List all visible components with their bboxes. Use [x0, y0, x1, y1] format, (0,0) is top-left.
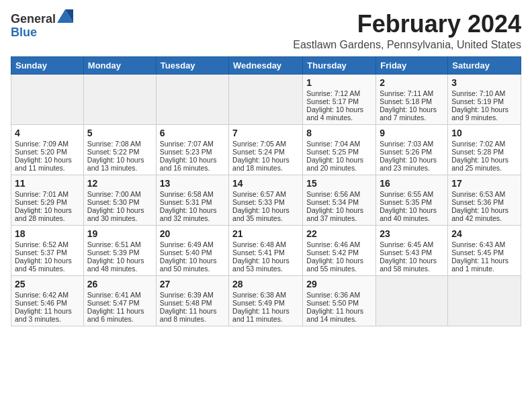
calendar-cell: 1Sunrise: 7:12 AMSunset: 5:17 PMDaylight…	[303, 74, 376, 124]
week-row-0: 1Sunrise: 7:12 AMSunset: 5:17 PMDaylight…	[11, 74, 521, 124]
logo: General Blue	[11, 11, 73, 40]
cell-content-line: Sunset: 5:49 PM	[232, 299, 299, 307]
cell-content-line: Daylight: 10 hours	[306, 257, 372, 265]
cell-content-line: and 25 minutes.	[451, 164, 517, 172]
cell-content-line: and 11 minutes.	[15, 164, 80, 172]
week-row-1: 4Sunrise: 7:09 AMSunset: 5:20 PMDaylight…	[11, 124, 521, 175]
calendar-cell: 13Sunrise: 6:58 AMSunset: 5:31 PMDayligh…	[156, 175, 228, 225]
cell-content-line: and 48 minutes.	[87, 265, 152, 273]
cell-content-line: Daylight: 10 hours	[451, 206, 517, 214]
cell-content-line: Sunset: 5:41 PM	[232, 248, 299, 257]
week-row-2: 11Sunrise: 7:01 AMSunset: 5:29 PMDayligh…	[11, 175, 521, 225]
day-number: 17	[451, 178, 517, 189]
calendar-cell: 19Sunrise: 6:51 AMSunset: 5:39 PMDayligh…	[83, 225, 156, 275]
cell-content-line: Daylight: 10 hours	[306, 105, 372, 113]
cell-content-line: Sunset: 5:22 PM	[87, 148, 152, 156]
day-number: 9	[380, 128, 444, 138]
week-row-3: 18Sunrise: 6:52 AMSunset: 5:37 PMDayligh…	[11, 225, 521, 275]
day-number: 3	[451, 77, 517, 88]
month-year-title: February 2024	[293, 11, 521, 38]
calendar-cell: 23Sunrise: 6:45 AMSunset: 5:43 PMDayligh…	[376, 225, 448, 275]
day-number: 26	[87, 279, 152, 289]
calendar-cell: 22Sunrise: 6:46 AMSunset: 5:42 PMDayligh…	[303, 225, 376, 275]
cell-content-line: and 1 minute.	[451, 265, 517, 273]
cell-content-line: Sunset: 5:47 PM	[87, 299, 152, 307]
cell-content-line: Sunrise: 7:03 AM	[380, 140, 444, 148]
day-number: 21	[232, 228, 299, 239]
day-number: 18	[15, 228, 80, 239]
cell-content-line: Daylight: 10 hours	[160, 156, 225, 164]
cell-content-line: Sunrise: 7:02 AM	[451, 140, 517, 148]
cell-content-line: Daylight: 11 hours	[451, 257, 517, 265]
cell-content-line: and 13 minutes.	[87, 164, 152, 172]
cell-content-line: Daylight: 11 hours	[232, 307, 299, 315]
calendar-cell: 14Sunrise: 6:57 AMSunset: 5:33 PMDayligh…	[229, 175, 303, 225]
cell-content-line: Sunrise: 7:07 AM	[160, 140, 225, 148]
logo-blue-text: Blue	[11, 26, 37, 39]
cell-content-line: Daylight: 10 hours	[232, 257, 299, 265]
cell-content-line: Sunset: 5:39 PM	[87, 248, 152, 257]
logo-icon	[57, 9, 73, 23]
calendar-table: SundayMondayTuesdayWednesdayThursdayFrid…	[11, 56, 521, 326]
cell-content-line: Daylight: 10 hours	[306, 156, 372, 164]
cell-content-line: Sunrise: 7:04 AM	[306, 140, 372, 148]
header-saturday: Saturday	[448, 56, 521, 74]
cell-content-line: and 11 minutes.	[232, 315, 299, 323]
cell-content-line: and 37 minutes.	[306, 214, 372, 222]
calendar-cell: 26Sunrise: 6:41 AMSunset: 5:47 PMDayligh…	[83, 275, 156, 326]
day-number: 23	[380, 228, 444, 239]
cell-content-line: Daylight: 10 hours	[380, 156, 444, 164]
cell-content-line: and 28 minutes.	[15, 214, 80, 222]
cell-content-line: and 6 minutes.	[87, 315, 152, 323]
calendar-cell	[156, 74, 228, 124]
cell-content-line: and 4 minutes.	[306, 113, 372, 122]
day-number: 19	[87, 228, 152, 239]
cell-content-line: Sunrise: 6:45 AM	[380, 240, 444, 248]
calendar-cell: 10Sunrise: 7:02 AMSunset: 5:28 PMDayligh…	[448, 124, 521, 175]
cell-content-line: Sunrise: 6:43 AM	[451, 240, 517, 248]
cell-content-line: and 50 minutes.	[160, 265, 225, 273]
week-row-4: 25Sunrise: 6:42 AMSunset: 5:46 PMDayligh…	[11, 275, 521, 326]
cell-content-line: and 42 minutes.	[451, 214, 517, 222]
cell-content-line: Daylight: 10 hours	[87, 206, 152, 214]
header-friday: Friday	[376, 56, 448, 74]
cell-content-line: Sunset: 5:28 PM	[451, 148, 517, 156]
calendar-cell: 28Sunrise: 6:38 AMSunset: 5:49 PMDayligh…	[229, 275, 303, 326]
cell-content-line: Sunset: 5:20 PM	[15, 148, 80, 156]
cell-content-line: Sunset: 5:40 PM	[160, 248, 225, 257]
cell-content-line: Sunrise: 6:55 AM	[380, 190, 444, 198]
cell-content-line: Sunrise: 6:58 AM	[160, 190, 225, 198]
day-number: 10	[451, 128, 517, 138]
calendar-cell: 11Sunrise: 7:01 AMSunset: 5:29 PMDayligh…	[11, 175, 84, 225]
calendar-cell: 12Sunrise: 7:00 AMSunset: 5:30 PMDayligh…	[83, 175, 156, 225]
location-title: Eastlawn Gardens, Pennsylvania, United S…	[293, 39, 521, 51]
calendar-cell: 27Sunrise: 6:39 AMSunset: 5:48 PMDayligh…	[156, 275, 228, 326]
cell-content-line: Daylight: 11 hours	[306, 307, 372, 315]
cell-content-line: Sunset: 5:17 PM	[306, 97, 372, 105]
cell-content-line: Daylight: 10 hours	[160, 206, 225, 214]
calendar-cell	[83, 74, 156, 124]
cell-content-line: and 58 minutes.	[380, 265, 444, 273]
cell-content-line: Sunset: 5:35 PM	[380, 198, 444, 206]
cell-content-line: Daylight: 10 hours	[380, 206, 444, 214]
calendar-cell: 3Sunrise: 7:10 AMSunset: 5:19 PMDaylight…	[448, 74, 521, 124]
cell-content-line: Sunset: 5:18 PM	[380, 97, 444, 105]
day-number: 25	[15, 279, 80, 289]
cell-content-line: Sunrise: 7:00 AM	[87, 190, 152, 198]
header-wednesday: Wednesday	[229, 56, 303, 74]
cell-content-line: and 16 minutes.	[160, 164, 225, 172]
cell-content-line: Sunrise: 7:05 AM	[232, 140, 299, 148]
cell-content-line: Daylight: 11 hours	[15, 307, 80, 315]
day-number: 12	[87, 178, 152, 189]
calendar-cell	[229, 74, 303, 124]
cell-content-line: Sunrise: 7:01 AM	[15, 190, 80, 198]
calendar-body: 1Sunrise: 7:12 AMSunset: 5:17 PMDaylight…	[11, 74, 521, 326]
cell-content-line: and 35 minutes.	[232, 214, 299, 222]
calendar-cell	[448, 275, 521, 326]
cell-content-line: Daylight: 10 hours	[451, 156, 517, 164]
cell-content-line: Sunrise: 6:48 AM	[232, 240, 299, 248]
cell-content-line: Sunrise: 6:38 AM	[232, 291, 299, 299]
cell-content-line: and 55 minutes.	[306, 265, 372, 273]
cell-content-line: Daylight: 10 hours	[87, 156, 152, 164]
cell-content-line: Sunset: 5:31 PM	[160, 198, 225, 206]
